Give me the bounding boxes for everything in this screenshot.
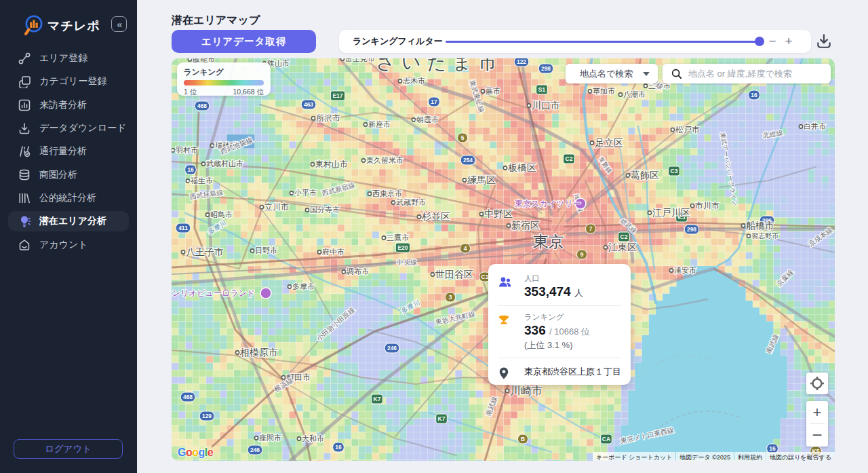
svg-text:さいたま市: さいたま市 [376,58,503,73]
svg-text:東京: 東京 [533,233,564,250]
svg-text:多摩市: 多摩市 [292,282,315,290]
svg-text:羽村市: 羽村市 [176,146,198,154]
svg-text:S1: S1 [538,86,546,93]
svg-text:122: 122 [517,58,526,65]
svg-text:葛飾区: 葛飾区 [631,170,659,181]
svg-text:16: 16 [335,444,342,451]
svg-text:4: 4 [464,245,467,252]
svg-text:246: 246 [250,447,260,453]
svg-text:市川市: 市川市 [695,201,719,210]
svg-text:ンリオピューロランド: ンリオピューロランド [172,288,256,298]
svg-text:立川市: 立川市 [264,202,289,212]
svg-text:中野区: 中野区 [484,208,513,219]
svg-text:CA: CA [602,436,610,442]
svg-text:日野市: 日野市 [255,246,277,254]
svg-text:志木市: 志木市 [403,77,425,85]
svg-text:16: 16 [187,166,194,173]
svg-text:5: 5 [461,134,465,141]
svg-text:武蔵村山市: 武蔵村山市 [206,159,243,168]
svg-text:東京スカイツリー: 東京スカイツリー [515,199,580,208]
svg-text:相模原市: 相模原市 [239,347,278,358]
svg-text:江戸川区: 江戸川区 [652,207,690,218]
svg-text:E20: E20 [397,244,408,251]
svg-text:朝霞市: 朝霞市 [416,115,439,124]
svg-text:C2: C2 [566,155,573,162]
svg-text:E17: E17 [332,92,342,99]
svg-text:足立区: 足立区 [595,137,623,148]
svg-text:東村山市: 東村山市 [315,159,348,169]
svg-text:調布市: 調布市 [347,267,369,276]
svg-text:129: 129 [202,413,212,419]
svg-text:K7: K7 [374,396,381,402]
svg-text:板橋区: 板橋区 [508,162,536,173]
svg-text:新座市: 新座市 [368,120,391,128]
svg-text:練馬区: 練馬区 [467,174,496,185]
svg-text:463: 463 [304,101,313,108]
svg-text:八王子市: 八王子市 [186,246,224,257]
svg-text:16: 16 [769,445,776,452]
svg-text:中央線: 中央線 [397,259,417,266]
svg-text:草加市: 草加市 [593,87,615,95]
svg-text:B: B [521,436,525,442]
svg-text:松戸市: 松戸市 [675,125,700,134]
svg-text:杉並区: 杉並区 [421,211,450,222]
svg-text:298: 298 [687,226,696,233]
svg-text:川口市: 川口市 [532,100,560,111]
svg-text:411: 411 [178,225,188,231]
svg-text:座間市: 座間市 [259,434,281,442]
svg-text:254: 254 [463,157,473,164]
svg-text:468: 468 [183,394,193,400]
svg-text:府中市: 府中市 [322,248,344,256]
svg-text:298: 298 [541,65,551,72]
svg-text:C3: C3 [671,168,678,174]
svg-text:福生市: 福生市 [191,176,213,185]
svg-text:小平市: 小平市 [294,189,317,197]
svg-text:西東京市: 西東京市 [372,189,402,197]
svg-text:三鷹市: 三鷹市 [387,233,409,242]
svg-text:習志野市: 習志野市 [751,232,779,240]
svg-text:東久留米市: 東久留米市 [366,156,403,164]
svg-text:17: 17 [431,98,437,105]
svg-text:昭島市: 昭島市 [210,210,233,219]
svg-text:白井市: 白井市 [804,122,826,130]
svg-text:蕨市: 蕨市 [486,87,500,95]
svg-text:所沢市: 所沢市 [316,113,340,123]
svg-text:世田谷区: 世田谷区 [435,269,473,280]
svg-text:246: 246 [387,345,397,352]
svg-text:浦安市: 浦安市 [674,266,696,274]
svg-text:武蔵野市: 武蔵野市 [396,198,426,206]
svg-text:3: 3 [449,294,452,301]
svg-text:大和市: 大和市 [302,434,324,442]
svg-text:八潮市: 八潮市 [623,90,646,98]
svg-text:468: 468 [197,102,207,109]
svg-text:川崎市: 川崎市 [510,385,542,396]
svg-text:C2: C2 [620,233,628,240]
svg-text:新宿区: 新宿区 [511,220,540,231]
svg-text:江東区: 江東区 [608,242,637,252]
svg-text:7: 7 [589,225,593,232]
svg-text:16: 16 [751,92,757,98]
svg-text:国分寺市: 国分寺市 [310,206,340,214]
svg-text:船橋市: 船橋市 [746,220,774,231]
svg-text:富士見市: 富士見市 [345,58,375,62]
svg-text:K7: K7 [438,415,446,422]
svg-text:9: 9 [580,251,584,258]
